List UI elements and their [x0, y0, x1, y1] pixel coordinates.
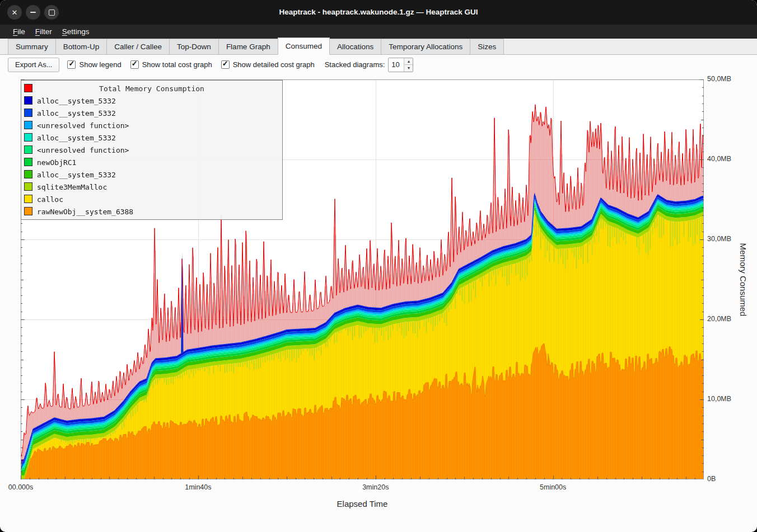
y-tick-label: 0B	[707, 475, 716, 483]
tab-sizes[interactable]: Sizes	[470, 39, 504, 54]
titlebar: ✕ Heaptrack - heaptrack.wakunode.1.gz — …	[0, 0, 757, 25]
stacked-diagrams-spinbox[interactable]: 10 ▲ ▼	[388, 58, 413, 72]
chevron-up-icon: ▲	[406, 59, 410, 63]
spin-buttons: ▲ ▼	[404, 58, 413, 72]
app-window: ✕ Heaptrack - heaptrack.wakunode.1.gz — …	[0, 0, 757, 532]
stacked-diagrams-value: 10	[389, 58, 404, 72]
x-tick-label: 00.000s	[8, 483, 33, 491]
y-tick-label: 10,0MB	[707, 395, 731, 403]
checkbox-label: Show legend	[79, 60, 121, 69]
tab-bar: SummaryBottom-UpCaller / CalleeTop-DownF…	[0, 39, 757, 55]
y-axis-label: Memory Consumed	[739, 243, 748, 317]
tab-caller-callee[interactable]: Caller / Callee	[106, 39, 170, 54]
checkbox-show-legend[interactable]: ✓Show legend	[67, 60, 121, 69]
checkbox-show-detailed-cost-graph[interactable]: ✓Show detailed cost graph	[221, 60, 315, 69]
y-tick-label: 30,0MB	[707, 235, 731, 243]
tab-summary[interactable]: Summary	[8, 39, 56, 54]
checkbox-group: ✓Show legend✓Show total cost graph✓Show …	[67, 60, 323, 69]
y-tick-label: 40,0MB	[707, 155, 731, 163]
tab-allocations[interactable]: Allocations	[329, 39, 381, 54]
y-tick-label: 20,0MB	[707, 315, 731, 323]
tab-bottom-up[interactable]: Bottom-Up	[55, 39, 108, 54]
tab-top-down[interactable]: Top-Down	[169, 39, 219, 54]
checkbox-label: Show detailed cost graph	[233, 60, 315, 69]
x-tick-label: 5min00s	[540, 483, 566, 491]
menu-bar: FileFilterSettings	[0, 25, 757, 39]
checkbox-show-total-cost-graph[interactable]: ✓Show total cost graph	[130, 60, 212, 69]
tab-consumed[interactable]: Consumed	[278, 37, 330, 55]
checkbox-icon: ✓	[221, 60, 230, 69]
y-tick-label: 50,0MB	[707, 75, 731, 83]
tab-temporary-allocations[interactable]: Temporary Allocations	[381, 39, 470, 54]
chevron-down-icon: ▼	[406, 66, 410, 70]
menu-file[interactable]: File	[8, 25, 30, 39]
checkbox-icon: ✓	[130, 60, 139, 69]
x-tick-label: 3min20s	[362, 483, 389, 491]
x-axis-label: Elapsed Time	[337, 499, 388, 509]
checkbox-label: Show total cost graph	[142, 60, 212, 69]
tab-flame-graph[interactable]: Flame Graph	[218, 39, 278, 54]
spin-down-button[interactable]: ▼	[404, 65, 413, 72]
spin-up-button[interactable]: ▲	[404, 58, 413, 65]
menu-filter[interactable]: Filter	[30, 25, 57, 39]
checkbox-icon: ✓	[67, 60, 76, 69]
window-title: Heaptrack - heaptrack.wakunode.1.gz — He…	[0, 0, 757, 25]
memory-consumption-chart[interactable]	[21, 79, 704, 479]
x-tick-label: 1min40s	[185, 483, 211, 491]
stacked-diagrams-label: Stacked diagrams:	[325, 60, 385, 69]
toolbar: Export As... ✓Show legend✓Show total cos…	[0, 55, 757, 74]
menu-settings[interactable]: Settings	[57, 25, 95, 39]
export-as-button[interactable]: Export As...	[8, 58, 59, 72]
